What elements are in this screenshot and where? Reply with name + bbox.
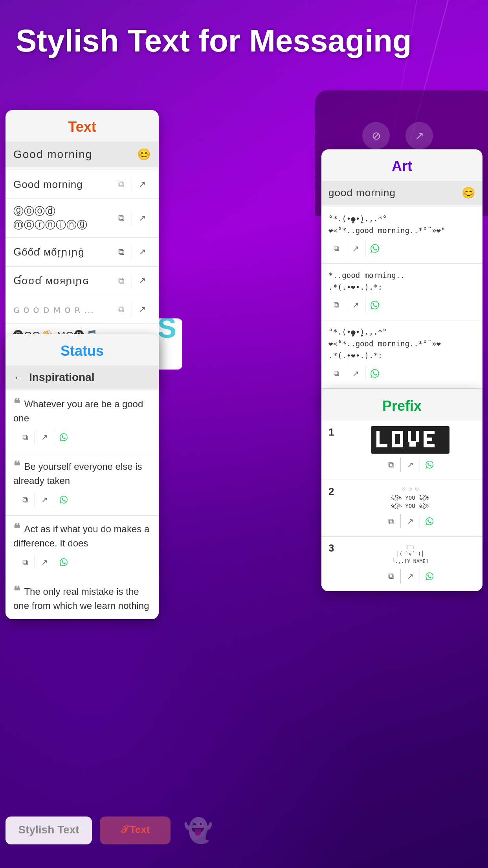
prefix-card-title: Prefix	[321, 389, 482, 421]
share-icon[interactable]: ↗	[348, 241, 363, 256]
art-input-row: good morning 😊	[321, 181, 482, 205]
copy-icon[interactable]: ⧉	[328, 241, 344, 256]
whatsapp-icon[interactable]	[56, 492, 72, 508]
copy-icon[interactable]: ⧉	[113, 301, 130, 318]
whatsapp-icon[interactable]	[56, 429, 72, 445]
whatsapp-icon[interactable]	[56, 554, 72, 570]
prefix-actions: ⧉ ↗	[345, 565, 475, 586]
whatsapp-icon[interactable]	[367, 297, 383, 313]
text-row-actions: ⧉ ↗	[113, 243, 151, 261]
svg-rect-9	[413, 441, 416, 447]
divider	[420, 569, 420, 583]
text-row: ɢ ᴏ ᴏ ᴅ ᴍ ᴏ ʀ ... ⧉ ↗	[6, 295, 159, 324]
text-row-actions: ⧉ ↗	[113, 176, 151, 193]
share-icon[interactable]: ↗	[37, 429, 52, 445]
phone-copy-icon: ⊘	[362, 122, 390, 149]
divider	[132, 245, 132, 259]
text-row: Ǥőőď мőŗɲıɲġ ⧉ ↗	[6, 238, 159, 267]
copy-icon[interactable]: ⧉	[17, 492, 33, 508]
text-row-actions: ⧉ ↗	[113, 272, 151, 289]
quote-actions: ⧉ ↗	[13, 488, 151, 509]
share-icon[interactable]: ↗	[348, 297, 363, 313]
emoji-button[interactable]: 😊	[137, 148, 151, 161]
share-icon[interactable]: ↗	[134, 210, 151, 227]
copy-icon[interactable]: ⧉	[328, 297, 344, 313]
divider	[35, 555, 35, 569]
copy-icon[interactable]: ⧉	[113, 243, 130, 261]
copy-icon[interactable]: ⧉	[17, 554, 33, 570]
text-row-content: ⓖⓞⓞⓓ ⓜⓞⓡⓝⓘⓝⓖ	[13, 204, 113, 232]
share-icon[interactable]: ↗	[402, 457, 418, 473]
text-row-content: Ǥőőď мőŗɲıɲġ	[13, 246, 113, 258]
copy-icon[interactable]: ⧉	[17, 429, 33, 445]
back-button[interactable]: ←	[13, 371, 24, 384]
quote-text: Be yourself everyone else is already tak…	[13, 461, 142, 486]
copy-icon[interactable]: ⧉	[383, 513, 399, 529]
svg-rect-5	[400, 431, 403, 447]
quote-text: Act as if what you do makes a difference…	[13, 524, 149, 548]
whatsapp-icon[interactable]	[422, 457, 437, 473]
svg-rect-11	[424, 431, 435, 434]
svg-rect-4	[392, 431, 395, 447]
prefix-num: 2	[328, 485, 339, 498]
divider	[420, 458, 420, 472]
share-icon[interactable]: ↗	[37, 492, 52, 508]
svg-rect-13	[424, 444, 435, 447]
text-row-content: ɢ ᴏ ᴏ ᴅ ᴍ ᴏ ʀ ...	[13, 303, 113, 316]
whatsapp-icon[interactable]	[422, 568, 437, 584]
text-row-actions: ⧉ ↗	[113, 210, 151, 227]
prefix-actions: ⧉ ↗	[345, 510, 475, 531]
quote-mark: ❝	[13, 396, 20, 410]
share-icon[interactable]: ↗	[37, 554, 52, 570]
copy-icon[interactable]: ⧉	[383, 568, 399, 584]
divider	[35, 493, 35, 507]
status-card: Status ← Inspirational ❝ Whatever you ar…	[6, 334, 159, 619]
share-icon[interactable]: ↗	[402, 568, 418, 584]
divider	[54, 430, 54, 444]
prefix-frame-art: ┌─┐ │(¯`v´¯)│ └.,.[Y NAME]	[345, 542, 475, 565]
quote-mark: ❝	[13, 459, 20, 473]
divider	[400, 569, 401, 583]
divider	[365, 298, 365, 312]
share-icon[interactable]: ↗	[402, 513, 418, 529]
copy-icon[interactable]: ⧉	[328, 366, 344, 381]
bottom-ghost-icon: 👻	[178, 817, 218, 844]
text-row: ⓖⓞⓞⓓ ⓜⓞⓡⓝⓘⓝⓖ ⧉ ↗	[6, 199, 159, 238]
share-icon[interactable]: ↗	[134, 301, 151, 318]
prefix-art-display-2: ♡ ♡ ♡ ꧁꧂ YOU ꧁꧂ ꧁꧂ YOU ꧁꧂ ⧉ ↗	[345, 485, 475, 531]
art-result: °*.(•̪●•̪).,.*° ❤«̾°*..good morning..*°¨…	[321, 320, 482, 389]
text-row: Good morning ⧉ ↗	[6, 170, 159, 199]
copy-icon[interactable]: ⧉	[113, 210, 130, 227]
divider	[132, 177, 132, 191]
quote-row: ❝ Whatever you are be a good one ⧉ ↗	[6, 391, 159, 453]
svg-rect-6	[408, 431, 411, 442]
copy-icon[interactable]: ⧉	[113, 272, 130, 289]
art-input-value: good morning	[328, 187, 396, 199]
bottom-preview-area: Stylish Text 𝒯 Text 👻	[6, 817, 218, 844]
hero-title: Stylish Text for Messaging	[0, 0, 488, 74]
divider	[346, 241, 346, 256]
art-result-text: °*.(•̪●•̪).,.*° ❤«̾°*..good morning..*°¨…	[328, 213, 475, 237]
whatsapp-icon[interactable]	[367, 366, 383, 381]
art-card: Art good morning 😊 °*.(•̪●•̪).,.*° ❤«̾°*…	[321, 149, 482, 406]
copy-icon[interactable]: ⧉	[383, 457, 399, 473]
whatsapp-icon[interactable]	[367, 241, 383, 256]
svg-rect-7	[416, 431, 419, 442]
share-icon[interactable]: ↗	[348, 366, 363, 381]
text-input-value: Good morning	[13, 148, 92, 161]
status-category: Inspirational	[29, 371, 94, 384]
divider	[35, 430, 35, 444]
share-icon[interactable]: ↗	[134, 272, 151, 289]
art-card-title: Art	[321, 149, 482, 181]
share-icon[interactable]: ↗	[134, 243, 151, 261]
svg-rect-12	[424, 438, 432, 441]
phone-share-icon: ↗	[405, 122, 433, 149]
copy-icon[interactable]: ⧉	[113, 176, 130, 193]
art-emoji-button[interactable]: 😊	[462, 186, 475, 199]
share-icon[interactable]: ↗	[134, 176, 151, 193]
divider	[132, 211, 132, 225]
status-back-row: ← Inspirational	[6, 366, 159, 389]
art-result-actions: ⧉ ↗	[328, 237, 475, 258]
bottom-text-icon-card: 𝒯 Text	[100, 817, 171, 844]
whatsapp-icon[interactable]	[422, 513, 437, 529]
